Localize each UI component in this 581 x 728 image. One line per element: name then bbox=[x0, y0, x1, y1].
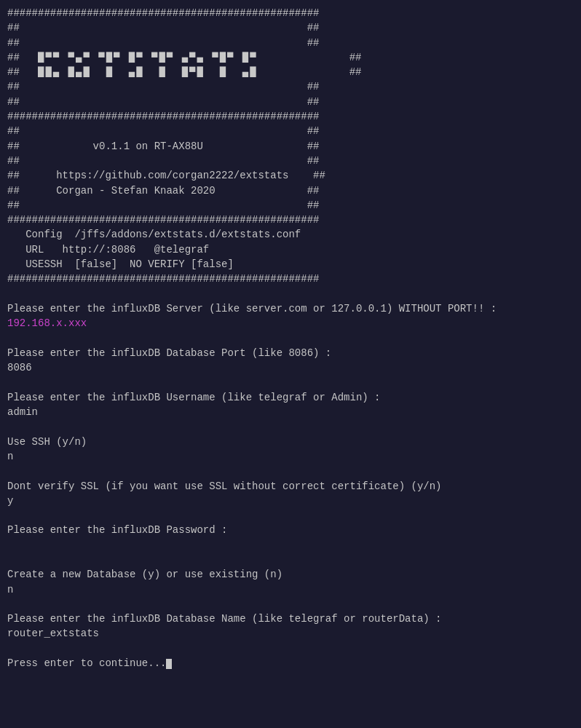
terminal-content: ########################################… bbox=[7, 6, 574, 670]
ip-address-input: 192.168.x.xxx bbox=[7, 317, 87, 329]
terminal-cursor bbox=[166, 659, 172, 669]
terminal-window: ########################################… bbox=[7, 6, 574, 728]
